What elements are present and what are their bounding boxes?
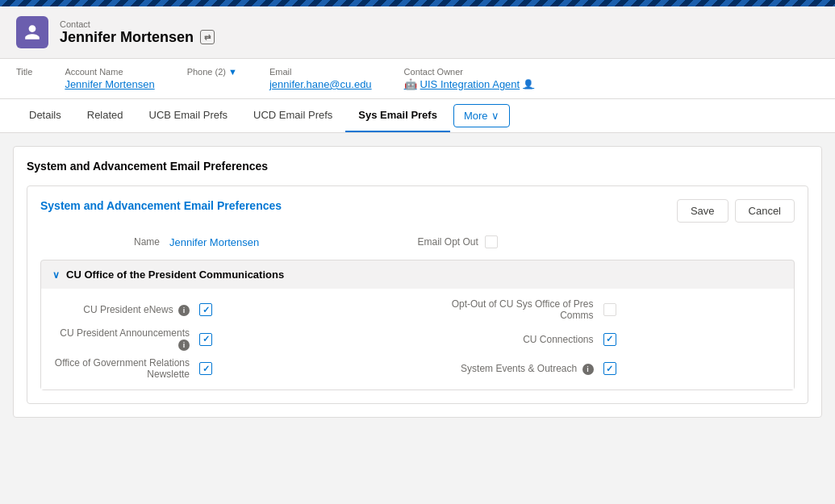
collapse-chevron-icon[interactable]: ∨ <box>52 269 60 281</box>
field-system-events: System Events & Outreach i <box>418 357 782 380</box>
gov-relations-checkbox[interactable] <box>199 362 212 375</box>
field-cu-president-announcements: CU President Announcements i <box>54 327 418 351</box>
cu-president-announcements-info-icon[interactable]: i <box>178 339 190 351</box>
email-opt-out-row: Email Opt Out <box>418 235 795 248</box>
tab-related[interactable]: Related <box>74 99 136 132</box>
record-header: Contact Jennifer Mortensen ⇄ <box>0 6 835 59</box>
field-opt-out-sys-office: Opt-Out of CU Sys Office of Pres Comms <box>418 298 782 321</box>
two-col-form: CU President eNews i Opt-Out of CU Sys O… <box>54 298 781 380</box>
email-label: Email <box>269 67 372 77</box>
title-label: Title <box>16 67 32 77</box>
email-opt-out-label: Email Opt Out <box>418 236 478 248</box>
title-field: Title <box>16 67 32 90</box>
owner-icon: 🤖 <box>404 78 417 90</box>
gov-relations-label: Office of Government Relations Newslette <box>54 357 199 380</box>
system-events-checkbox[interactable] <box>603 362 616 375</box>
field-cu-president-enews: CU President eNews i <box>54 298 418 321</box>
phone-field: Phone (2) ▼ <box>187 67 237 90</box>
contact-icon-box <box>16 16 48 48</box>
meta-row: Title Account Name Jennifer Mortensen Ph… <box>0 59 835 99</box>
opt-out-sys-office-checkbox[interactable] <box>603 303 616 316</box>
section-group-header[interactable]: ∨ CU Office of the President Communicati… <box>41 260 794 289</box>
cu-president-enews-info-icon[interactable]: i <box>178 305 190 316</box>
account-name-field: Account Name Jennifer Mortensen <box>65 67 154 90</box>
main-content: System and Advancement Email Preferences… <box>0 133 835 503</box>
opt-out-sys-office-label: Opt-Out of CU Sys Office of Pres Comms <box>418 298 603 321</box>
section-group-body: CU President eNews i Opt-Out of CU Sys O… <box>41 289 794 389</box>
btn-group: Save Cancel <box>677 199 795 223</box>
section-card: System and Advancement Email Preferences… <box>13 146 822 418</box>
inner-card-header: System and Advancement Email Preferences… <box>40 199 795 223</box>
cu-president-announcements-checkbox[interactable] <box>199 333 212 346</box>
merge-icon[interactable]: ⇄ <box>200 30 215 44</box>
cancel-button[interactable]: Cancel <box>735 199 795 223</box>
top-pattern <box>0 0 835 6</box>
tab-sys-email-prefs[interactable]: Sys Email Prefs <box>345 99 450 132</box>
tab-more[interactable]: More ∨ <box>453 104 510 127</box>
owner-person-icon: 👤 <box>523 79 534 90</box>
section-group: ∨ CU Office of the President Communicati… <box>40 260 795 390</box>
owner-field: Contact Owner 🤖 UIS Integration Agent 👤 <box>404 67 535 90</box>
account-name-value[interactable]: Jennifer Mortensen <box>65 78 154 90</box>
tabs-bar: Details Related UCB Email Prefs UCD Emai… <box>0 99 835 133</box>
title-value <box>16 78 32 90</box>
email-field: Email jennifer.hane@cu.edu <box>269 67 372 90</box>
system-events-label: System Events & Outreach i <box>418 363 603 375</box>
cu-president-enews-label: CU President eNews i <box>54 304 199 316</box>
name-label: Name <box>40 236 169 248</box>
field-cu-connections: CU Connections <box>418 327 782 351</box>
tab-ucd-email-prefs[interactable]: UCD Email Prefs <box>240 99 345 132</box>
phone-dropdown-icon[interactable]: ▼ <box>228 67 237 77</box>
account-name-label: Account Name <box>65 67 154 77</box>
cu-connections-checkbox[interactable] <box>603 333 616 346</box>
tab-details[interactable]: Details <box>16 99 74 132</box>
tab-ucb-email-prefs[interactable]: UCB Email Prefs <box>136 99 241 132</box>
record-subtitle: Contact <box>60 19 215 29</box>
name-field-row: Name Jennifer Mortensen <box>40 236 418 248</box>
name-row: Name Jennifer Mortensen Email Opt Out <box>40 235 795 248</box>
name-value[interactable]: Jennifer Mortensen <box>169 236 259 248</box>
section-group-title: CU Office of the President Communication… <box>66 269 284 281</box>
field-gov-relations: Office of Government Relations Newslette <box>54 357 418 380</box>
contact-icon <box>23 23 41 41</box>
inner-card-title: System and Advancement Email Preferences <box>40 199 282 212</box>
cu-connections-label: CU Connections <box>418 334 603 345</box>
email-opt-out-checkbox[interactable] <box>485 235 498 248</box>
phone-label: Phone (2) ▼ <box>187 67 237 77</box>
more-chevron-icon: ∨ <box>491 110 499 122</box>
phone-value <box>187 78 237 90</box>
inner-card: System and Advancement Email Preferences… <box>27 185 808 404</box>
record-title: Jennifer Mortensen ⇄ <box>60 29 215 46</box>
cu-president-enews-checkbox[interactable] <box>199 303 212 316</box>
owner-label: Contact Owner <box>404 67 535 77</box>
cu-president-announcements-label: CU President Announcements i <box>54 327 199 351</box>
save-button[interactable]: Save <box>677 199 729 223</box>
header-text: Contact Jennifer Mortensen ⇄ <box>60 19 215 46</box>
owner-value[interactable]: 🤖 UIS Integration Agent 👤 <box>404 78 535 90</box>
email-value[interactable]: jennifer.hane@cu.edu <box>269 78 372 90</box>
section-title: System and Advancement Email Preferences <box>27 160 808 173</box>
system-events-info-icon[interactable]: i <box>582 364 594 375</box>
